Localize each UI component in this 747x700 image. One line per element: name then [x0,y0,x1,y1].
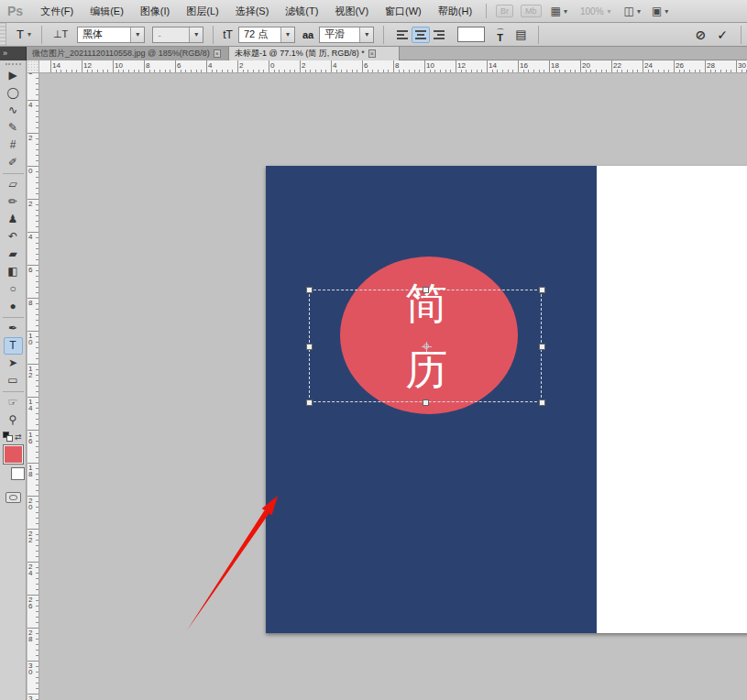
clone-stamp-tool[interactable]: ♟ [4,211,23,228]
ruler-minor-tick [36,116,38,117]
ruler-minor-tick [36,611,38,612]
ruler-label: 0 [270,61,274,70]
menu-item[interactable]: 图层(L) [178,0,226,22]
document-canvas[interactable]: 简 历 [266,166,747,633]
chevron-down-icon: ▾ [665,7,668,16]
ruler-label: 4 [333,61,336,70]
document-tab-active[interactable]: 未标题-1 @ 77.1% (简 历, RGB/8) * × [229,47,400,60]
toolbar-collapse-button[interactable]: » [0,47,27,60]
warp-text-button[interactable]: ⌒ T [496,29,504,40]
menu-item[interactable]: 滤镜(T) [277,0,326,22]
zoom-level-control[interactable]: 100% ▾ [580,6,611,16]
font-family-select[interactable]: 黑体 ▾ [77,27,145,43]
ruler-minor-tick [627,70,628,72]
ruler-minor-tick [36,105,38,106]
transform-handle[interactable] [423,399,429,406]
menu-item[interactable]: 编辑(E) [82,0,132,22]
eyedropper-tool[interactable]: ✐ [4,154,23,171]
menu-item[interactable]: 选择(S) [227,0,278,22]
toggle-panels-button[interactable]: ▤ [515,27,526,41]
move-tool[interactable]: ▶ [4,67,23,84]
hand-tool[interactable]: ☞ [4,394,23,411]
arrange-documents-button[interactable]: ◫ ▾ [624,5,641,17]
close-icon[interactable]: × [368,49,376,58]
ruler-label: 6 [28,267,32,273]
ruler-minor-tick [36,650,38,651]
toolbar-gripper[interactable] [5,63,21,65]
vertical-ruler[interactable]: 64202468101214161820222426283032 [27,73,39,700]
swap-colors-icon[interactable]: ⇄ [15,432,22,442]
commit-edits-button[interactable]: ✓ [717,27,728,42]
ruler-label: 12 [28,366,32,378]
background-color-swatch[interactable] [11,467,25,480]
foreground-color-swatch[interactable] [3,444,24,465]
screen-mode-button[interactable]: ▣ ▾ [652,5,668,17]
menu-item[interactable]: 图像(I) [132,0,178,22]
ruler-minor-tick [710,70,711,72]
ruler-minor-tick [294,70,295,72]
transform-handle[interactable] [539,399,545,406]
menu-item[interactable]: 帮助(H) [430,0,480,22]
bridge-button[interactable]: Br [496,5,513,17]
align-center-button[interactable] [412,27,430,43]
quick-mask-button[interactable] [5,492,21,503]
text-orientation-toggle[interactable]: ⊥T [49,27,71,42]
view-extras-button[interactable]: ▦ ▾ [551,5,567,17]
lasso-tool[interactable]: ∿ [4,102,23,119]
ruler-label: 20 [28,498,32,510]
ruler-minor-tick [383,70,384,72]
path-selection-tool[interactable]: ➤ [4,355,23,372]
spot-healing-brush-tool[interactable]: ▱ [4,176,23,193]
quick-selection-tool[interactable]: ✎ [4,119,23,137]
font-size-select[interactable]: 72 点 ▾ [238,27,295,43]
crop-tool[interactable]: # [4,137,23,154]
history-brush-tool[interactable]: ↶ [4,228,23,246]
brush-tool[interactable]: ✏ [4,193,23,211]
align-right-button[interactable] [430,27,448,43]
ruler-label: 6 [364,61,368,70]
transform-handle[interactable] [539,287,545,293]
ruler-minor-tick [36,617,38,618]
ruler-minor-tick [36,408,38,409]
horizontal-ruler[interactable]: 1412108642024681012141618202224262830 [27,60,747,73]
align-left-button[interactable] [393,27,412,43]
transform-handle[interactable] [306,399,313,406]
gradient-tool[interactable]: ◧ [4,263,23,280]
menu-item[interactable]: 视图(V) [326,0,377,22]
ruler-origin-corner[interactable] [27,60,39,73]
default-colors-icon[interactable] [3,432,13,442]
options-bar-gripper[interactable] [0,23,6,46]
transform-handle[interactable] [306,287,313,293]
ruler-minor-tick [742,70,742,72]
options-separator [383,26,384,44]
anti-alias-select[interactable]: 平滑 ▾ [319,27,374,43]
transform-handle[interactable] [539,344,545,350]
blur-tool[interactable]: ○ [4,280,23,298]
ruler-minor-tick [726,70,727,72]
menu-item[interactable]: 窗口(W) [377,0,430,22]
transform-handle[interactable] [423,287,429,293]
elliptical-marquee-tool[interactable]: ◯ [4,84,23,102]
document-tab[interactable]: 微信图片_20211120110558.jpg @ 185%(RGB/8) × [27,47,229,60]
eraser-tool[interactable]: ▰ [4,246,23,263]
ruler-minor-tick [36,490,38,491]
rectangle-tool[interactable]: ▭ [4,372,23,389]
ruler-label: 8 [28,300,32,306]
font-style-select[interactable]: - ▾ [152,27,203,43]
pen-tool[interactable]: ✒ [4,320,23,337]
menu-item[interactable]: 文件(F) [32,0,82,22]
mini-bridge-button[interactable]: Mb [521,5,542,17]
ruler-label: 4 [208,61,212,70]
center-point-icon[interactable] [422,342,432,352]
ruler-minor-tick [247,70,248,72]
tool-preset-picker[interactable]: T ▾ [12,25,36,44]
zoom-tool[interactable]: ⚲ [4,411,23,429]
text-color-swatch[interactable] [457,27,485,42]
ruler-minor-tick [36,474,38,475]
ruler-minor-tick [36,518,38,519]
close-icon[interactable]: × [214,49,221,58]
cancel-edits-button[interactable]: ⊘ [696,27,707,42]
transform-handle[interactable] [306,344,313,350]
dodge-tool[interactable]: ● [4,298,23,315]
type-tool[interactable]: T [4,337,23,355]
